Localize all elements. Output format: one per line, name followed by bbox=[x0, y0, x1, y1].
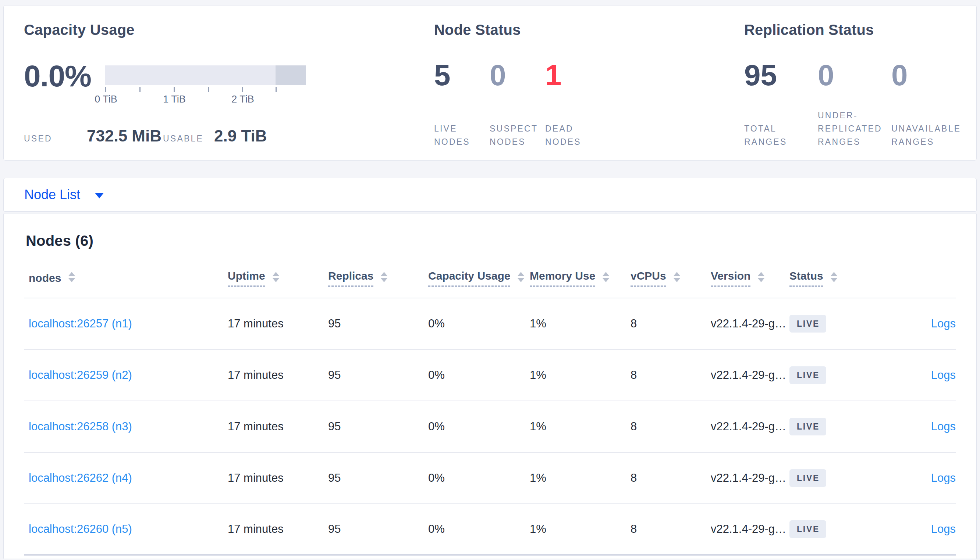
version-cell: v22.1.4-29-g… bbox=[711, 317, 789, 330]
replicas-cell: 95 bbox=[328, 317, 428, 330]
view-selector-bar: Node List bbox=[3, 178, 977, 212]
nodes-table: nodes Uptime Replicas Capacity Usage Mem… bbox=[24, 270, 956, 556]
nodes-table-card: Nodes (6) nodes Uptime Replicas Capacity… bbox=[3, 213, 977, 558]
under-replicated-ranges-count: 0 bbox=[818, 62, 891, 89]
memory-cell: 1% bbox=[530, 523, 630, 536]
capacity-cell: 0% bbox=[428, 472, 530, 485]
replicas-cell: 95 bbox=[328, 472, 428, 485]
logs-link[interactable]: Logs bbox=[931, 523, 956, 535]
sort-icon bbox=[674, 272, 680, 282]
used-value: 732.5 MiB bbox=[87, 127, 163, 145]
sort-icon bbox=[381, 272, 387, 282]
used-label: USED bbox=[24, 134, 87, 144]
logs-link[interactable]: Logs bbox=[931, 420, 956, 433]
logs-link[interactable]: Logs bbox=[931, 472, 956, 484]
node-link[interactable]: localhost:26260 (n5) bbox=[29, 523, 132, 535]
tick-mark bbox=[105, 87, 106, 92]
uptime-cell: 17 minutes bbox=[228, 368, 328, 382]
logs-link[interactable]: Logs bbox=[931, 317, 956, 330]
status-badge: LIVE bbox=[789, 315, 826, 333]
node-link[interactable]: localhost:26259 (n2) bbox=[29, 368, 132, 382]
tick-mark bbox=[174, 87, 175, 92]
replication-values: 95 0 0 bbox=[744, 62, 976, 89]
node-link[interactable]: localhost:26258 (n3) bbox=[29, 420, 132, 433]
status-badge: LIVE bbox=[789, 418, 826, 435]
table-row: localhost:26260 (n5) 17 minutes 95 0% 1%… bbox=[24, 504, 956, 556]
table-header-row: nodes Uptime Replicas Capacity Usage Mem… bbox=[24, 270, 956, 298]
dead-nodes-label: DEAD NODES bbox=[545, 122, 601, 148]
capacity-cell: 0% bbox=[428, 368, 530, 382]
axis-label-0tib: 0 TiB bbox=[95, 94, 117, 105]
column-header-replicas[interactable]: Replicas bbox=[328, 270, 428, 287]
usable-value: 2.9 TiB bbox=[214, 127, 267, 145]
memory-cell: 1% bbox=[530, 420, 630, 433]
node-link[interactable]: localhost:26257 (n1) bbox=[29, 317, 132, 330]
tick-mark bbox=[139, 87, 140, 92]
node-link[interactable]: localhost:26262 (n4) bbox=[29, 472, 132, 484]
table-row: localhost:26262 (n4) 17 minutes 95 0% 1%… bbox=[24, 453, 956, 504]
capacity-cell: 0% bbox=[428, 317, 530, 330]
vcpus-cell: 8 bbox=[630, 317, 711, 330]
memory-cell: 1% bbox=[530, 368, 630, 382]
uptime-cell: 17 minutes bbox=[228, 472, 328, 485]
tick-mark bbox=[208, 87, 209, 92]
replicas-cell: 95 bbox=[328, 420, 428, 433]
capacity-usage-title: Capacity Usage bbox=[24, 22, 434, 38]
uptime-cell: 17 minutes bbox=[228, 420, 328, 433]
sort-icon bbox=[831, 272, 837, 282]
capacity-percent: 0.0% bbox=[24, 63, 91, 105]
usable-label: USABLE bbox=[163, 134, 214, 144]
capacity-cell: 0% bbox=[428, 523, 530, 536]
capacity-footer: USED 732.5 MiB USABLE 2.9 TiB bbox=[24, 127, 434, 145]
sort-icon bbox=[273, 272, 279, 282]
node-status-labels: LIVE NODES SUSPECT NODES DEAD NODES bbox=[434, 89, 744, 148]
logs-link[interactable]: Logs bbox=[931, 368, 956, 382]
uptime-cell: 17 minutes bbox=[228, 317, 328, 330]
suspect-nodes-count: 0 bbox=[490, 62, 545, 89]
axis-label-1tib: 1 TiB bbox=[163, 94, 186, 105]
tick-mark bbox=[276, 87, 277, 92]
status-badge: LIVE bbox=[789, 367, 826, 384]
column-header-capacity-usage[interactable]: Capacity Usage bbox=[428, 270, 530, 287]
replicas-cell: 95 bbox=[328, 368, 428, 382]
capacity-bar: 0 TiB 1 TiB 2 TiB bbox=[105, 65, 306, 105]
version-cell: v22.1.4-29-g… bbox=[711, 420, 789, 433]
vcpus-cell: 8 bbox=[630, 368, 711, 382]
node-status-values: 5 0 1 bbox=[434, 62, 744, 89]
status-badge: LIVE bbox=[789, 520, 826, 538]
sort-icon bbox=[602, 272, 609, 282]
capacity-usage-section: Capacity Usage 0.0% 0 TiB 1 TiB bbox=[24, 22, 434, 160]
total-ranges-count: 95 bbox=[744, 62, 818, 89]
vcpus-cell: 8 bbox=[630, 472, 711, 485]
uptime-cell: 17 minutes bbox=[228, 523, 328, 536]
column-header-nodes[interactable]: nodes bbox=[24, 272, 228, 284]
memory-cell: 1% bbox=[530, 317, 630, 330]
node-list-dropdown-label: Node List bbox=[24, 187, 80, 202]
capacity-cell: 0% bbox=[428, 420, 530, 433]
table-row: localhost:26259 (n2) 17 minutes 95 0% 1%… bbox=[24, 350, 956, 401]
node-list-dropdown[interactable]: Node List bbox=[24, 187, 104, 202]
vcpus-cell: 8 bbox=[630, 420, 711, 433]
under-replicated-ranges-label: UNDER-REPLICATED RANGES bbox=[818, 109, 891, 148]
live-nodes-label: LIVE NODES bbox=[434, 122, 490, 148]
capacity-axis-ticks bbox=[105, 85, 306, 92]
replication-labels: TOTAL RANGES UNDER-REPLICATED RANGES UNA… bbox=[744, 89, 976, 148]
column-header-memory-use[interactable]: Memory Use bbox=[530, 270, 630, 287]
replication-status-title: Replication Status bbox=[744, 22, 976, 38]
dead-nodes-count: 1 bbox=[545, 62, 601, 89]
status-badge: LIVE bbox=[789, 469, 826, 487]
table-row: localhost:26258 (n3) 17 minutes 95 0% 1%… bbox=[24, 401, 956, 453]
column-header-uptime[interactable]: Uptime bbox=[228, 270, 328, 287]
column-header-status[interactable]: Status bbox=[789, 270, 878, 287]
memory-cell: 1% bbox=[530, 472, 630, 485]
total-ranges-label: TOTAL RANGES bbox=[744, 122, 818, 148]
column-header-vcpus[interactable]: vCPUs bbox=[630, 270, 711, 287]
version-cell: v22.1.4-29-g… bbox=[711, 368, 789, 382]
column-header-version[interactable]: Version bbox=[711, 270, 789, 287]
replicas-cell: 95 bbox=[328, 523, 428, 536]
capacity-bar-track bbox=[105, 65, 306, 85]
nodes-section-title: Nodes (6) bbox=[4, 213, 976, 249]
replication-status-section: Replication Status 95 0 0 TOTAL RANGES U… bbox=[744, 22, 976, 160]
version-cell: v22.1.4-29-g… bbox=[711, 472, 789, 485]
suspect-nodes-label: SUSPECT NODES bbox=[490, 122, 545, 148]
